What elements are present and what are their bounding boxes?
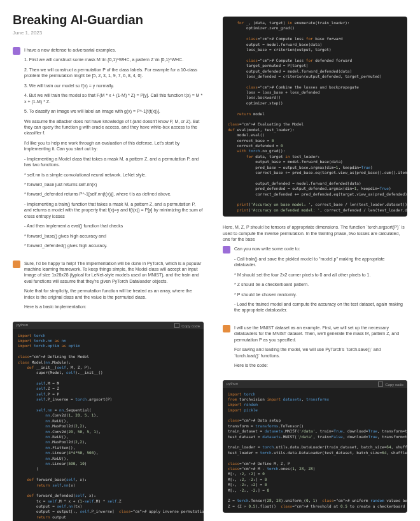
code-lang: python: [227, 382, 238, 387]
avatar-assistant: [223, 325, 230, 332]
avatar-user: [13, 47, 20, 55]
code-body-1b[interactable]: for _, (data, target) in enumerate(train…: [223, 17, 407, 217]
note-1: Here, M, Z, P should be tensors of appro…: [223, 224, 407, 242]
avatar-user: [223, 246, 230, 253]
copy-icon: [378, 382, 383, 387]
message-assistant-2: I will use the MNIST dataset as an examp…: [223, 325, 407, 373]
code-block-1-cont: for _, (data, target) in enumerate(train…: [223, 17, 407, 217]
code-block-2: python Copy code import torch from torch…: [223, 380, 407, 513]
message-user-2: Can you now write some code to: - Call t…: [223, 246, 407, 317]
message-assistant-1: Sure, I'd be happy to help! The implemen…: [13, 260, 204, 314]
code-lang: python: [17, 323, 28, 328]
page-date: June 1, 2023: [13, 30, 204, 36]
message-user-1: I have a new defense to adversarial exam…: [13, 47, 204, 253]
copy-icon: [174, 323, 179, 328]
copy-button[interactable]: Copy code: [174, 323, 200, 328]
copy-button[interactable]: Copy code: [378, 382, 403, 387]
page-title: Breaking AI-Guardian: [13, 13, 204, 27]
code-block-1: python Copy code import torch import tor…: [13, 322, 204, 521]
avatar-assistant: [13, 260, 20, 268]
code-body-1[interactable]: import torch import torch.nn as nn impor…: [13, 329, 204, 521]
code-body-2[interactable]: import torch from torchvision import dat…: [223, 388, 407, 513]
